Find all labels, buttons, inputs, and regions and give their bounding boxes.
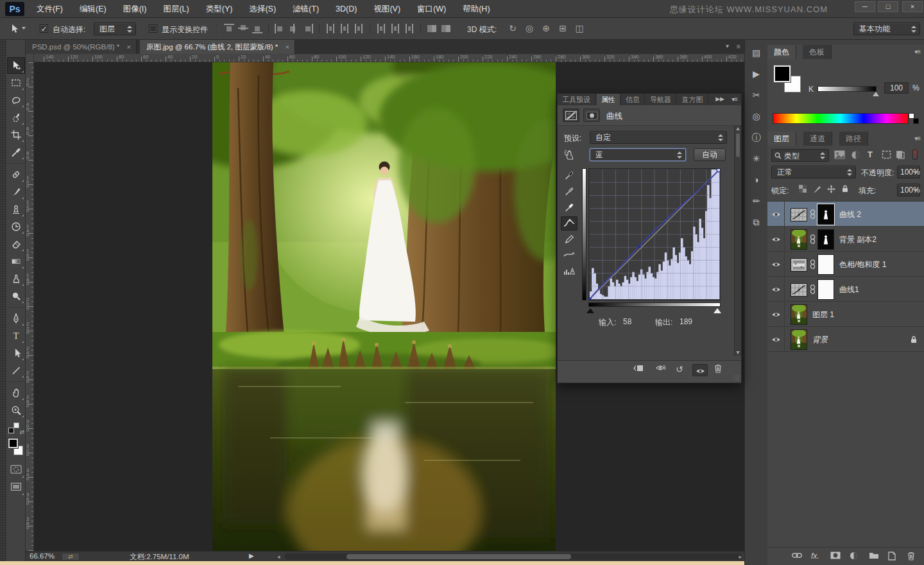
clone-stamp-tool[interactable] — [7, 201, 25, 218]
menu-item-8[interactable]: 视图(V) — [365, 0, 409, 18]
crop-tool[interactable] — [7, 126, 25, 143]
layer-name[interactable]: 图层 1 — [812, 309, 834, 320]
align-icon-dr-11[interactable] — [404, 24, 415, 33]
align-icon-r-5[interactable] — [303, 24, 313, 33]
lock-all-icon[interactable] — [839, 184, 851, 194]
rectangular-marquee-tool[interactable] — [7, 74, 25, 91]
dock-panel-icon-3[interactable]: ✂ — [748, 87, 765, 103]
layer-row-背景[interactable]: 背景 — [767, 327, 924, 352]
auto-select-checkbox[interactable]: ✓ — [40, 24, 48, 33]
menu-item-3[interactable]: 图层(L) — [155, 0, 197, 18]
histogram-warning[interactable] — [561, 265, 578, 279]
layer-thumbnail[interactable] — [791, 283, 807, 297]
close-tab-icon[interactable]: × — [286, 43, 289, 51]
properties-tab-3[interactable]: 导航器 — [646, 94, 676, 105]
layer-name[interactable]: 背景 — [812, 335, 828, 345]
shape-filter-icon[interactable] — [882, 150, 891, 161]
layer-row-背景 副本2[interactable]: 背景 副本2 — [767, 227, 924, 252]
tab-color[interactable]: 颜色 — [767, 45, 796, 59]
delete-layer-icon[interactable] — [907, 552, 915, 562]
align-icon-aa-12[interactable] — [427, 24, 437, 33]
auto-button[interactable]: 自动 — [694, 148, 726, 161]
add-mask-icon[interactable] — [830, 552, 841, 561]
line-tool[interactable] — [7, 362, 25, 379]
layer-thumbnail[interactable] — [791, 304, 807, 325]
move-tool[interactable] — [7, 57, 25, 74]
layer-name[interactable]: 曲线 2 — [839, 209, 861, 220]
highlight-input-slider[interactable] — [714, 308, 721, 313]
dock-panel-icon-1[interactable]: ▤ — [748, 44, 765, 61]
align-icon-l-3[interactable] — [275, 24, 285, 33]
3d-mode-icon-1[interactable]: ◎ — [523, 23, 536, 33]
k-value-field[interactable]: 100 — [884, 82, 909, 94]
menu-item-4[interactable]: 类型(Y) — [198, 0, 241, 18]
scroll-left-icon[interactable]: ◂ — [277, 553, 280, 560]
clip-to-layer-icon[interactable] — [633, 364, 644, 374]
dodge-tool[interactable] — [7, 288, 25, 304]
foreground-color-swatch[interactable] — [774, 65, 791, 82]
zoom-level-field[interactable]: 66.67% — [30, 552, 55, 560]
align-icon-vm-1[interactable] — [238, 24, 248, 33]
smooth-curve-button[interactable] — [561, 248, 578, 263]
lock-position-icon[interactable] — [825, 185, 837, 195]
menu-item-10[interactable]: 帮助(H) — [454, 0, 498, 18]
scrollbar-thumb[interactable] — [735, 132, 740, 158]
eyedropper-tool[interactable] — [7, 144, 25, 161]
type-tool[interactable]: T — [7, 327, 25, 344]
align-icon-db-8[interactable] — [354, 24, 364, 33]
dock-panel-icon-7[interactable]: ◑ — [748, 171, 765, 188]
status-flyout-icon[interactable]: ▶ — [249, 552, 254, 559]
lock-pixels-icon[interactable] — [811, 185, 823, 195]
channel-dropdown[interactable]: 蓝 — [590, 148, 686, 161]
workspace-dropdown[interactable]: 基本功能 — [853, 22, 920, 35]
layer-mask-thumbnail[interactable] — [817, 229, 834, 250]
eraser-tool[interactable] — [7, 236, 25, 252]
type-filter-icon[interactable]: T — [868, 150, 873, 159]
brush-tool[interactable] — [7, 184, 25, 200]
shadow-input-slider[interactable] — [586, 308, 594, 313]
layer-mask-thumbnail[interactable] — [817, 279, 834, 300]
dock-panel-icon-6[interactable]: ✳ — [748, 150, 765, 167]
mask-link-icon[interactable] — [810, 284, 816, 296]
quick-selection-tool[interactable] — [7, 109, 25, 126]
layer-styles-fx-icon[interactable]: fx. — [811, 552, 819, 561]
menu-item-9[interactable]: 窗口(W) — [409, 0, 454, 18]
curves-adjustment-icon[interactable] — [563, 109, 579, 122]
layer-visibility-toggle[interactable] — [767, 277, 785, 301]
new-adjustment-icon[interactable] — [850, 552, 858, 562]
black-point-eyedropper[interactable] — [561, 168, 578, 182]
menu-item-5[interactable]: 选择(S) — [241, 0, 284, 18]
scrollbar-thumb[interactable] — [346, 554, 571, 559]
minimize-button[interactable]: ─ — [855, 1, 875, 12]
mask-link-icon[interactable] — [810, 234, 816, 246]
tab-paths[interactable]: 路径 — [839, 132, 868, 146]
document-tab-active[interactable]: 原图.jpg @ 66.7% (曲线 2, 图层蒙版/8) * × — [140, 40, 295, 54]
delete-adjustment-icon[interactable] — [714, 364, 722, 375]
pen-tool[interactable] — [7, 310, 25, 327]
preset-dropdown[interactable]: 自定 — [590, 131, 727, 144]
white-point-eyedropper[interactable] — [561, 200, 578, 214]
mask-properties-icon[interactable] — [583, 109, 600, 122]
layer-visibility-toggle[interactable] — [767, 302, 785, 326]
tab-layers[interactable]: 图层 — [767, 132, 796, 146]
curves-graph[interactable] — [588, 168, 721, 300]
adjustment-filter-icon[interactable] — [851, 150, 860, 162]
curve-point-tool[interactable] — [561, 216, 578, 230]
properties-tab-2[interactable]: 信息 — [621, 94, 645, 105]
show-transform-checkbox[interactable] — [149, 24, 157, 33]
layer-mask-thumbnail[interactable] — [817, 254, 834, 275]
reset-icon[interactable]: ↺ — [676, 364, 683, 374]
tab-swatches[interactable]: 色板 — [803, 45, 832, 59]
filter-toggle-switch[interactable] — [912, 150, 918, 160]
output-value[interactable]: 189 — [680, 317, 692, 326]
align-icon-aa-13[interactable] — [441, 24, 451, 33]
restore-button[interactable]: □ — [878, 1, 898, 12]
align-icon-t-0[interactable] — [224, 24, 234, 33]
layer-visibility-toggle[interactable] — [767, 327, 785, 351]
lasso-tool[interactable] — [7, 92, 25, 109]
menu-item-7[interactable]: 3D(D) — [327, 0, 365, 18]
fill-dropdown[interactable]: 100% — [897, 184, 920, 196]
close-tab-icon[interactable]: × — [127, 43, 131, 51]
properties-scrollbar[interactable] — [734, 126, 741, 356]
color-spectrum-ramp[interactable] — [773, 113, 909, 124]
